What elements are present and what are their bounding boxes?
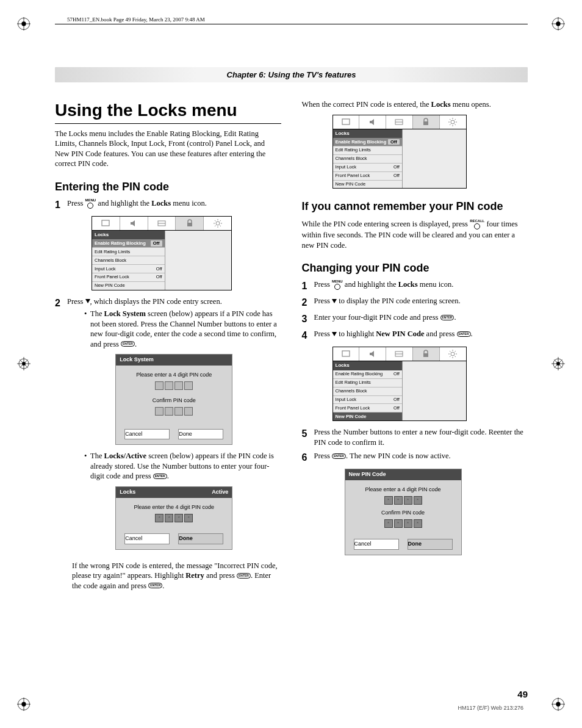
heading-locks-menu: Using the Locks menu: [55, 99, 281, 124]
heading-cannot-remember: If you cannot remember your PIN code: [302, 200, 528, 214]
bookmark-line: 57HM117_EN.book Page 49 Friday, March 23…: [55, 15, 528, 24]
step-number: 3: [302, 312, 314, 325]
tab-audio-icon: [359, 115, 386, 129]
osd-row: Input LockOff: [333, 164, 402, 172]
osd-row: Edit Rating Limits: [333, 146, 402, 155]
wrong-pin-text: If the wrong PIN code is entered, the me…: [72, 561, 281, 591]
osd-row: New PIN Code: [92, 282, 165, 290]
cancel-button: Cancel: [354, 539, 399, 550]
pin-boxes: [120, 381, 228, 392]
osd-row: Edit Rating Limits: [333, 379, 402, 387]
svg-rect-16: [342, 119, 350, 124]
osd-row-selected: New PIN Code: [333, 413, 402, 420]
done-button: Done: [178, 429, 223, 440]
heading-entering-pin: Entering the PIN code: [55, 180, 281, 195]
svg-rect-12: [102, 220, 109, 226]
osd-row: Channels Block: [333, 155, 402, 164]
tab-locks-icon: [176, 217, 204, 230]
text: , which displays the PIN code entry scre…: [90, 297, 222, 306]
dialog-text: Please enter the 4 digit PIN code: [120, 504, 228, 511]
step-3c: 3 Enter your four-digit PIN code and pre…: [302, 312, 528, 325]
text: Locks: [151, 199, 171, 207]
pin-boxes: ****: [120, 514, 228, 522]
crop-mark-icon: [17, 697, 31, 711]
step-1c: 1 Press MENU and highlight the Locks men…: [302, 279, 528, 292]
correct-pin-text: When the correct PIN code is entered, th…: [302, 99, 528, 110]
bullet: The Locks/Active screen (below) appears …: [84, 451, 281, 481]
step-5c: 5 Press the Number buttons to enter a ne…: [302, 427, 528, 447]
osd-row: Enable Rating BlockingOff: [333, 138, 402, 146]
svg-point-5: [22, 362, 26, 366]
down-arrow-icon: [332, 332, 337, 336]
svg-rect-22: [423, 353, 428, 357]
osd-header: Locks: [333, 129, 402, 139]
step-number: 1: [55, 198, 67, 211]
dialog-title: Lock System: [120, 356, 154, 364]
dialog-text: Confirm PIN code: [349, 510, 458, 517]
enter-key-icon: ENTER: [237, 573, 251, 578]
pin-boxes: ****: [349, 519, 458, 528]
tab-picture-icon: [333, 115, 360, 129]
svg-point-7: [556, 362, 560, 366]
cancel-button: Cancel: [124, 429, 170, 440]
svg-point-15: [216, 222, 220, 225]
step-number: 5: [302, 427, 314, 447]
osd-row: Edit Rating Limits: [92, 248, 165, 256]
right-column: When the correct PIN code is entered, th…: [302, 99, 528, 596]
dialog-text: Please enter a 4 digit PIN code: [349, 486, 458, 494]
step-number: 6: [302, 451, 314, 464]
crop-mark-icon: [551, 357, 565, 370]
enter-key-icon: ENTER: [440, 315, 454, 320]
dialog-text: Please enter a 4 digit PIN code: [120, 372, 228, 379]
step-2: 2 Press , which displays the PIN code en…: [55, 297, 281, 556]
osd-row: Channels Block: [333, 387, 402, 396]
text: Press: [67, 199, 85, 207]
crop-mark-icon: [17, 17, 31, 31]
enter-key-icon: ENTER: [121, 341, 135, 347]
intro-text: The Locks menu includes the Enable Ratin…: [55, 129, 281, 169]
tab-locks-icon: [413, 115, 440, 129]
step-6c: 6 Press ENTER. The new PIN code is now a…: [302, 451, 528, 464]
cancel-button: Cancel: [124, 533, 170, 544]
tab-audio-icon: [120, 217, 148, 230]
bullet: The Lock System screen (below) appears i…: [84, 309, 281, 349]
page-number: 49: [517, 689, 528, 699]
tab-pref-icon: [204, 217, 231, 230]
osd-row: Front Panel LockOff: [333, 404, 402, 413]
enter-key-icon: ENTER: [332, 453, 346, 459]
osd-header: Locks: [92, 231, 165, 240]
crop-mark-icon: [17, 357, 31, 370]
osd-row: Front Panel LockOff: [92, 273, 165, 282]
step-4c: 4 Press to highlight New PIN Code and pr…: [302, 329, 528, 342]
enter-key-icon: ENTER: [457, 331, 471, 337]
down-arrow-icon: [85, 299, 90, 303]
tab-pref-icon: [440, 115, 466, 129]
menu-key-icon: MENU: [85, 198, 96, 209]
osd-row: Front Panel LockOff: [333, 172, 402, 181]
chapter-title: Chapter 6: Using the TV's features: [55, 67, 528, 82]
enter-key-icon: ENTER: [153, 474, 167, 479]
tab-setup-icon: [386, 115, 413, 129]
done-button: Done: [408, 539, 453, 550]
dialog-text: Confirm PIN code: [120, 397, 228, 405]
dialog-title: New PIN Code: [349, 471, 386, 478]
osd-locks-open: Locks Enable Rating BlockingOff Edit Rat…: [332, 115, 467, 189]
locks-active-dialog: LocksActive Please enter the 4 digit PIN…: [115, 486, 232, 550]
text: and highlight the: [96, 199, 151, 207]
osd-row: Enable Rating BlockingOff: [333, 370, 402, 379]
svg-point-19: [451, 120, 454, 124]
cannot-text: While the PIN code entering screen is di…: [302, 219, 528, 250]
step-2c: 2 Press to display the PIN code entering…: [302, 296, 528, 309]
text: Press: [67, 297, 85, 306]
pin-boxes: ****: [349, 496, 458, 505]
osd-locks-menu: Locks Enable Rating BlockingOff Edit Rat…: [92, 216, 232, 290]
tab-picture-icon: [333, 347, 360, 361]
down-arrow-icon: [332, 299, 337, 303]
heading-changing-pin: Changing your PIN code: [302, 261, 528, 276]
osd-header: Locks: [333, 361, 402, 370]
menu-key-icon: MENU: [332, 279, 343, 290]
left-column: Using the Locks menu The Locks menu incl…: [55, 99, 281, 596]
crop-mark-icon: [551, 17, 565, 31]
tab-picture-icon: [92, 217, 120, 230]
tab-pref-icon: [440, 347, 466, 361]
